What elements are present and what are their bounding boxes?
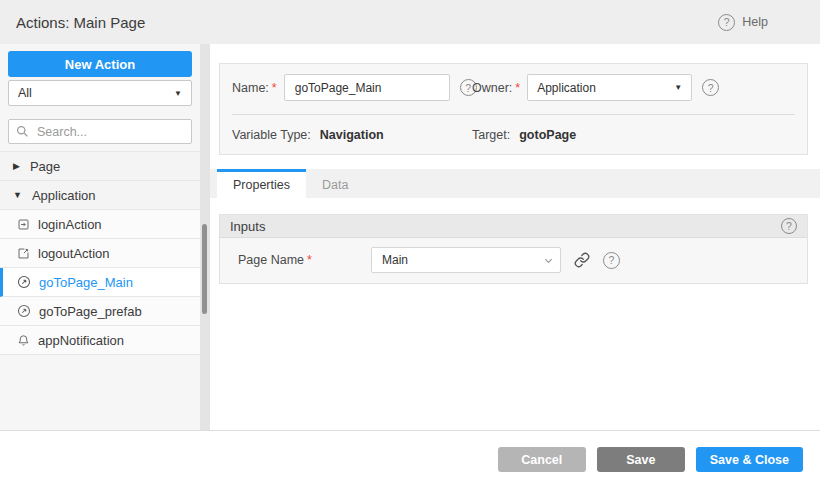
inputs-help-icon[interactable]: ?: [781, 218, 797, 234]
page-name-select[interactable]: Main: [371, 247, 561, 273]
tree-group-label: Application: [32, 188, 96, 203]
actions-dialog: Actions: Main Page ? Help New Action All…: [0, 0, 820, 488]
bind-variable-link-icon[interactable]: [574, 252, 590, 268]
tree-item-gotopage-prefab[interactable]: goToPage_prefab: [0, 297, 200, 326]
panel-divider: [200, 44, 210, 430]
variable-type-value: Navigation: [320, 128, 384, 142]
chevron-down-icon: ▼: [674, 83, 682, 92]
tab-properties[interactable]: Properties: [217, 169, 306, 198]
detail-tab-bar: Properties Data: [210, 169, 820, 198]
filter-select-value: All: [18, 86, 32, 100]
page-name-row: Page Name * Main: [220, 247, 807, 273]
name-input[interactable]: [284, 74, 450, 101]
filter-select[interactable]: All ▼: [8, 80, 192, 106]
tree-item-app-notification[interactable]: appNotification: [0, 326, 200, 355]
tree-item-label: goToPage_prefab: [39, 304, 142, 319]
tree-item-gotopage-main[interactable]: goToPage_Main: [0, 268, 200, 297]
owner-label: Owner:: [472, 81, 512, 95]
tree-item-label: appNotification: [38, 333, 124, 348]
page-name-label: Page Name: [238, 253, 304, 267]
name-field-group: Name: * ?: [232, 74, 472, 101]
page-name-label-group: Page Name *: [238, 253, 371, 267]
caret-right-icon: ▶: [13, 161, 20, 171]
actions-sidebar: New Action All ▼ ▶ Page ▼: [0, 44, 200, 430]
goto-page-icon: [17, 304, 31, 318]
inputs-section-title: Inputs: [230, 219, 265, 234]
inputs-section-body: Page Name * Main: [220, 238, 807, 283]
required-asterisk: *: [307, 253, 312, 267]
dialog-footer: Cancel Save Save & Close: [0, 430, 820, 488]
actions-tree: ▶ Page ▼ Application loginAction: [0, 151, 200, 355]
name-owner-row: Name: * ? Owner: * Application ▼ ?: [232, 74, 795, 101]
form-divider: [232, 114, 795, 115]
page-title: Actions: Main Page: [16, 14, 145, 31]
owner-select[interactable]: Application ▼: [527, 74, 692, 101]
new-action-button[interactable]: New Action: [8, 51, 192, 77]
page-name-help-icon[interactable]: ?: [603, 252, 620, 269]
variable-type-group: Variable Type: Navigation: [232, 128, 472, 142]
chevron-down-icon: [543, 255, 554, 266]
search-icon: [16, 125, 29, 138]
caret-down-icon: ▼: [13, 190, 22, 200]
tree-group-label: Page: [30, 159, 60, 174]
cancel-button[interactable]: Cancel: [498, 447, 586, 472]
owner-help-icon[interactable]: ?: [702, 79, 719, 96]
tree-item-login-action[interactable]: loginAction: [0, 210, 200, 239]
action-detail-panel: Name: * ? Owner: * Application ▼ ?: [210, 44, 820, 430]
save-and-close-button[interactable]: Save & Close: [696, 447, 803, 472]
tree-item-label: logoutAction: [38, 246, 110, 261]
type-target-row: Variable Type: Navigation Target: gotoPa…: [232, 128, 795, 142]
target-group: Target: gotoPage: [472, 128, 576, 142]
help-button[interactable]: ? Help: [718, 14, 768, 31]
inputs-section-header: Inputs ?: [220, 215, 807, 238]
inputs-section: Inputs ? Page Name * Main: [219, 214, 808, 284]
tree-group-application[interactable]: ▼ Application: [0, 181, 200, 210]
tree-group-page[interactable]: ▶ Page: [0, 152, 200, 181]
tree-item-label: loginAction: [38, 217, 102, 232]
notification-icon: [17, 334, 30, 347]
chevron-down-icon: ▼: [174, 89, 182, 98]
page-name-select-value: Main: [382, 253, 408, 267]
tab-data[interactable]: Data: [306, 169, 364, 198]
help-label: Help: [742, 15, 768, 29]
required-asterisk: *: [272, 81, 277, 95]
goto-page-icon: [17, 275, 31, 289]
help-circle-icon: ?: [718, 14, 735, 31]
search-input[interactable]: [35, 124, 184, 140]
owner-field-group: Owner: * Application ▼ ?: [472, 74, 719, 101]
name-label: Name:: [232, 81, 269, 95]
dialog-body: New Action All ▼ ▶ Page ▼: [0, 44, 820, 430]
required-asterisk: *: [515, 81, 520, 95]
save-button[interactable]: Save: [597, 447, 685, 472]
tree-item-label: goToPage_Main: [39, 275, 133, 290]
search-box[interactable]: [8, 119, 192, 144]
dialog-header: Actions: Main Page ? Help: [0, 0, 820, 44]
target-label: Target:: [472, 128, 510, 142]
action-summary-panel: Name: * ? Owner: * Application ▼ ?: [219, 63, 808, 155]
owner-select-value: Application: [537, 81, 596, 95]
target-value: gotoPage: [519, 128, 576, 142]
sidebar-scrollbar-thumb[interactable]: [202, 224, 207, 314]
tree-item-logout-action[interactable]: logoutAction: [0, 239, 200, 268]
login-action-icon: [17, 218, 30, 231]
variable-type-label: Variable Type:: [232, 128, 311, 142]
logout-action-icon: [17, 247, 30, 260]
